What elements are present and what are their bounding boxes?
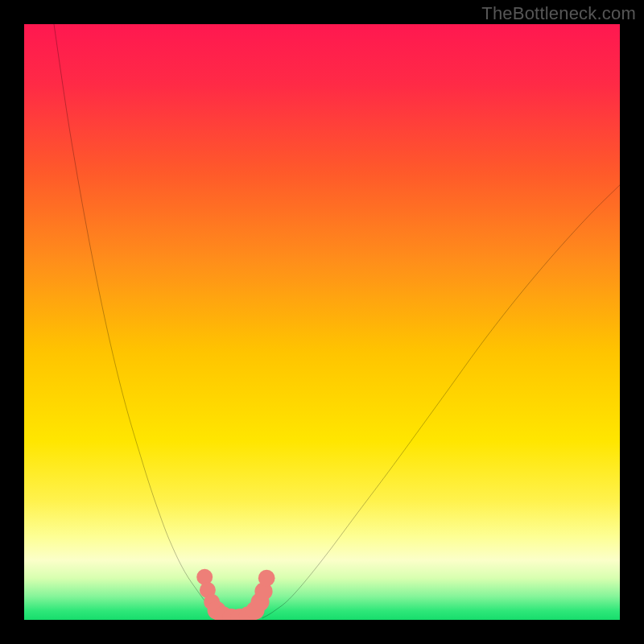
gradient-background xyxy=(24,24,620,620)
watermark-text: TheBottleneck.com xyxy=(481,3,636,24)
bottleneck-chart xyxy=(24,24,620,620)
marker-dot xyxy=(258,570,275,587)
chart-stage: TheBottleneck.com xyxy=(0,0,644,644)
